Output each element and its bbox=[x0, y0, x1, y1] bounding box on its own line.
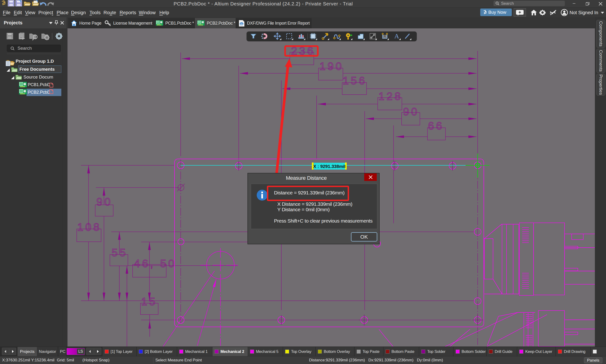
svg-text:46, 50: 46, 50 bbox=[134, 257, 177, 270]
svg-text:10: 10 bbox=[384, 35, 386, 38]
svg-text:128: 128 bbox=[378, 90, 403, 103]
svg-text:X : 9291.338mil: X : 9291.338mil bbox=[313, 164, 345, 169]
svg-text:66: 66 bbox=[428, 120, 444, 132]
svg-text:108: 108 bbox=[77, 221, 101, 233]
svg-text:A: A bbox=[394, 32, 399, 40]
svg-text:90: 90 bbox=[403, 105, 419, 118]
svg-text:15: 15 bbox=[141, 295, 157, 308]
svg-text:156: 156 bbox=[343, 75, 367, 87]
svg-text:90: 90 bbox=[96, 195, 112, 208]
svg-text:190: 190 bbox=[319, 60, 344, 72]
svg-text:55: 55 bbox=[111, 247, 128, 259]
